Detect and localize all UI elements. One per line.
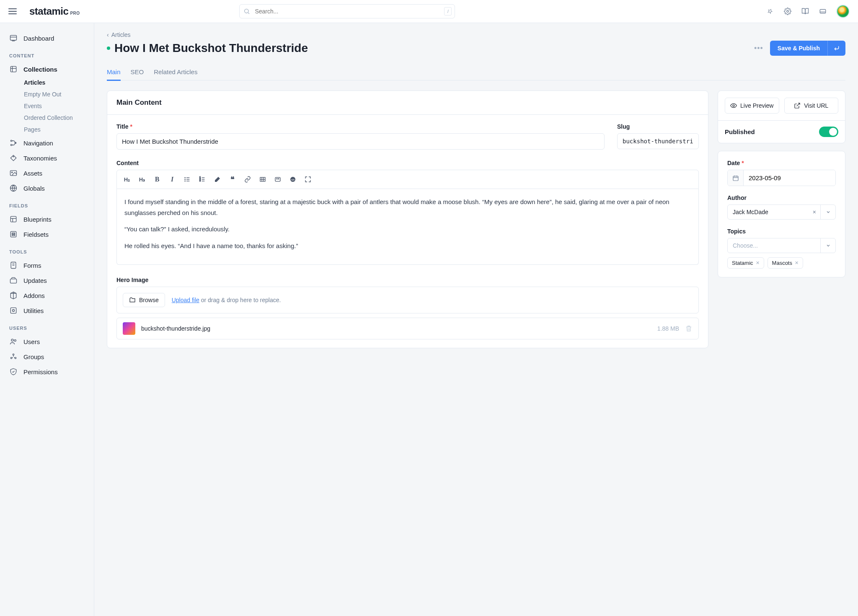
sidebar-item-utilities[interactable]: Utilities [0,303,94,318]
tab-seo[interactable]: SEO [131,64,144,80]
sidebar-item-dashboard[interactable]: Dashboard [0,31,94,46]
fullscreen-button[interactable] [302,173,314,185]
svg-rect-18 [10,216,16,222]
sidebar-item-updates[interactable]: Updates [0,273,94,288]
code-button[interactable]: </> [287,173,299,185]
content-label: Content [116,160,139,166]
tag-statamic[interactable]: Statamic✕ [727,257,764,269]
sidebar-item-assets[interactable]: Assets [0,166,94,181]
user-avatar[interactable] [836,5,850,18]
sidebar-item-label: Collections [23,66,57,73]
sidebar-item-label: Events [24,103,42,109]
settings-icon[interactable] [783,7,792,16]
sidebar-subitem-ordered[interactable]: Ordered Collection [0,112,94,124]
svg-point-30 [11,339,13,341]
sidebar-subitem-pages[interactable]: Pages [0,124,94,135]
topics-dropdown-arrow[interactable] [820,238,835,253]
image-button[interactable] [272,173,284,185]
slug-input[interactable] [617,133,699,149]
support-icon[interactable] [819,7,827,16]
more-actions-button[interactable]: ••• [754,44,763,53]
sidebar-item-groups[interactable]: Groups [0,349,94,364]
svg-rect-3 [820,10,826,13]
sidebar-item-fieldsets[interactable]: Fieldsets [0,227,94,242]
sidebar-item-globals[interactable]: Globals [0,181,94,196]
sidebar-item-taxonomies[interactable]: Taxonomies [0,150,94,166]
upload-link[interactable]: Upload file [172,297,199,303]
table-button[interactable] [257,173,269,185]
sidebar-subitem-emptyme[interactable]: Empty Me Out [0,88,94,100]
bullet-list-button[interactable] [181,173,193,185]
updates-icon [9,276,18,285]
search-icon [243,8,250,15]
live-preview-button[interactable]: Live Preview [725,98,779,114]
docs-icon[interactable] [801,7,809,16]
svg-point-40 [185,181,185,181]
bold-button[interactable]: B [151,173,163,185]
h3-button[interactable]: H₃ [136,173,148,185]
published-toggle[interactable] [819,127,838,137]
search-input[interactable] [239,4,455,18]
taxonomies-icon [9,154,18,162]
hamburger-menu[interactable] [8,8,17,14]
upload-hint: or drag & drop here to replace. [199,297,281,303]
content-p3: He rolled his eyes. “And I have a name t… [124,241,691,251]
save-publish-button[interactable]: Save & Publish [770,41,845,56]
sidebar-subitem-events[interactable]: Events [0,100,94,112]
tab-related[interactable]: Related Articles [154,64,197,80]
trash-icon[interactable] [685,325,693,332]
status-dot [107,47,110,50]
page-title: How I Met Buckshot Thunderstride [114,41,308,55]
required-indicator: * [742,160,744,166]
globals-icon [9,184,18,192]
sidebar-item-forms[interactable]: Forms [0,258,94,273]
tag-remove[interactable]: ✕ [756,260,760,266]
svg-point-34 [15,357,16,359]
sidebar-item-blueprints[interactable]: Blueprints [0,212,94,227]
tag-remove[interactable]: ✕ [795,260,799,266]
editor-body[interactable]: I found myself standing in the middle of… [116,189,699,265]
utilities-icon [9,306,18,315]
file-thumbnail[interactable] [123,322,135,335]
upload-dropzone[interactable]: Browse Upload file or drag & drop here t… [116,287,699,313]
svg-point-2 [787,10,789,13]
logo[interactable]: statamic PRO [29,5,80,17]
sidebar-heading-content: CONTENT [0,46,94,62]
title-input[interactable] [116,133,605,150]
sidebar-item-collections[interactable]: Collections [0,62,94,77]
author-dropdown-arrow[interactable] [820,205,835,219]
tab-main[interactable]: Main [107,64,121,81]
sidebar-item-users[interactable]: Users [0,334,94,349]
clear-format-button[interactable] [212,173,223,185]
h2-button[interactable]: H₂ [121,173,133,185]
quote-button[interactable]: ❝ [227,173,238,185]
search-shortcut: / [444,7,452,16]
browse-label: Browse [139,297,159,303]
tag-mascots[interactable]: Mascots✕ [768,257,803,269]
breadcrumb[interactable]: ‹Articles [107,31,845,38]
visit-url-button[interactable]: Visit URL [784,98,839,114]
slug-label: Slug [617,123,630,130]
save-dropdown-arrow[interactable] [827,41,845,56]
svg-point-39 [185,179,185,179]
italic-button[interactable]: I [166,173,178,185]
sidebar-item-navigation[interactable]: Navigation [0,135,94,150]
file-size: 1.88 MB [657,325,679,332]
author-clear[interactable]: × [809,209,820,215]
svg-text:3: 3 [199,180,201,182]
svg-point-14 [13,156,14,157]
logo-pro: PRO [70,11,80,16]
sidebar-subitem-articles[interactable]: Articles [0,77,94,88]
topics-placeholder[interactable]: Choose... [728,238,820,253]
svg-line-1 [248,13,249,14]
sidebar-item-label: Permissions [23,368,58,375]
browse-button[interactable]: Browse [123,293,165,307]
ordered-list-button[interactable]: 123 [196,173,208,185]
calendar-icon[interactable] [728,170,744,186]
date-input[interactable] [744,170,835,186]
pin-icon[interactable] [766,7,774,16]
link-button[interactable] [242,173,253,185]
sidebar-item-addons[interactable]: Addons [0,288,94,303]
sidebar-item-permissions[interactable]: Permissions [0,364,94,379]
author-label: Author [727,194,747,201]
